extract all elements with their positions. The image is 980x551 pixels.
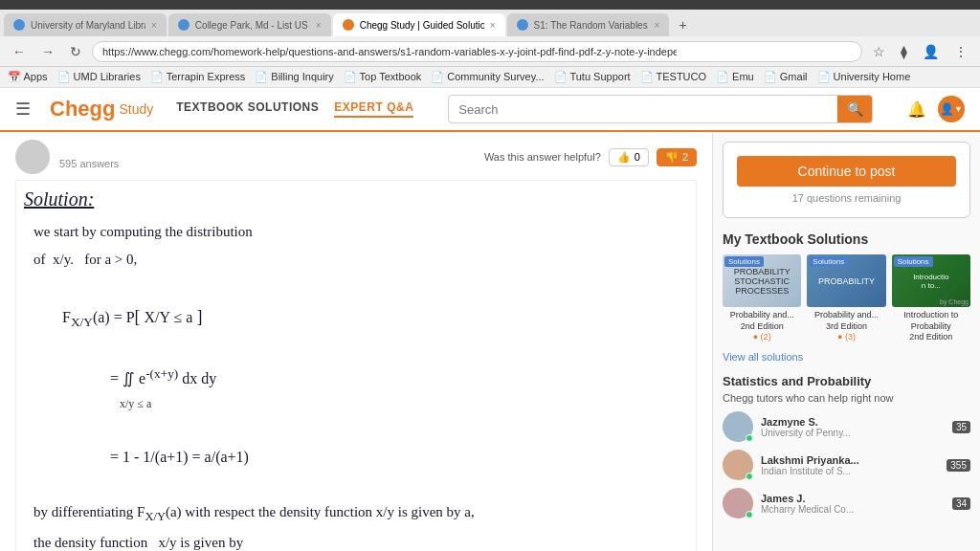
my-textbooks-section: My Textbook Solutions Solutions PROBABIL…	[723, 231, 970, 363]
back-button[interactable]: ←	[8, 42, 31, 61]
cover-text-1: PROBABILITY	[816, 275, 877, 288]
view-all-solutions-link[interactable]: View all solutions	[723, 351, 970, 363]
tab-1[interactable]: College Park, Md - List US Jobs ×	[168, 13, 331, 36]
new-tab-button[interactable]: +	[671, 13, 694, 36]
thumbs-down-btn[interactable]: 👎 2	[657, 148, 697, 166]
bookmark-tutu[interactable]: 📄 Tutu Support	[554, 71, 631, 83]
tutor-avatar-2	[723, 488, 753, 518]
tutor-info-2: James J. Mcharry Medical Co...	[761, 493, 945, 515]
thumbs-up-count: 0	[635, 151, 640, 163]
tutor-item-2: James J. Mcharry Medical Co... 34	[723, 488, 970, 518]
textbook-card-2[interactable]: Solutions Introduction to... by Chegg In…	[892, 254, 970, 343]
nav-textbook-solutions[interactable]: TEXTBOOK SOLUTIONS	[176, 100, 319, 118]
tutor-rating-1: 355	[947, 459, 970, 472]
my-textbooks-title: My Textbook Solutions	[723, 231, 970, 247]
sol-line-1: of x/y. for a > 0,	[33, 246, 688, 274]
cover-text-0: PROBABILITYSTOCHASTICPROCESSES	[732, 265, 792, 298]
bookmark-umd[interactable]: 📄 UMD Libraries	[57, 71, 141, 83]
bookmark-apps[interactable]: 📅 Apps	[8, 71, 48, 83]
textbook-card-0[interactable]: Solutions PROBABILITYSTOCHASTICPROCESSES…	[723, 254, 801, 343]
cover-chegg-2: by Chegg	[940, 298, 969, 305]
tab-label-3: S1: The Random Variables X Anc	[534, 20, 649, 31]
hamburger-menu[interactable]: ☰	[15, 99, 31, 120]
bookmark-textbook[interactable]: 📄 Top Textbook	[344, 71, 421, 83]
sol-line-fxy: FX/Y(a) = P[ X/Y ≤ a ]	[62, 300, 688, 335]
questions-remaining: 17 questions remaining	[737, 192, 956, 204]
avatar-icon: 👤	[940, 102, 954, 116]
tutor-school-0: University of Penny...	[761, 428, 945, 438]
refresh-button[interactable]: ↻	[65, 42, 86, 61]
header-search: 🔍	[448, 95, 873, 123]
search-button[interactable]: 🔍	[837, 95, 872, 123]
textbook-cover-0: Solutions PROBABILITYSTOCHASTICPROCESSES	[723, 254, 801, 307]
online-dot-1	[746, 473, 753, 480]
textbook-card-1[interactable]: Solutions PROBABILITY Probability and...…	[807, 254, 885, 343]
bookmark-community[interactable]: 📄 Community Survey...	[431, 71, 544, 83]
tutor-rating-2: 34	[952, 497, 970, 510]
stats-prob-sub: Chegg tutors who can help right now	[723, 392, 970, 404]
user-profile-btn[interactable]: 👤	[918, 42, 944, 61]
header-nav: TEXTBOOK SOLUTIONS EXPERT Q&A	[176, 100, 413, 118]
bookmark-gmail[interactable]: 📄 Gmail	[764, 71, 808, 83]
address-bar[interactable]: https://www.chegg.com/homework-help/ques…	[92, 41, 862, 62]
tab-bar: University of Maryland Libraries × Colle…	[0, 10, 980, 36]
tab-close-3[interactable]: ×	[655, 20, 660, 31]
tab-label-2: Chegg Study | Guided Solutions	[360, 20, 484, 31]
answerer-count: 595 answers	[59, 158, 119, 169]
page-content: ☰ Chegg Study TEXTBOOK SOLUTIONS EXPERT …	[0, 88, 980, 551]
tab-close-1[interactable]: ×	[316, 20, 322, 31]
solution-title: Solution:	[24, 188, 688, 210]
bookmark-billing[interactable]: 📄 Billing Inquiry	[255, 71, 333, 83]
extensions-btn[interactable]: ⧫	[896, 42, 912, 61]
tutor-name-2: James J.	[761, 493, 945, 504]
tutor-avatar-1	[723, 450, 753, 480]
sol-line-result: = 1 - 1/(a+1) = a/(a+1)	[110, 443, 688, 472]
tab-2[interactable]: Chegg Study | Guided Solutions ×	[333, 13, 505, 36]
sol-line-diff: by differentiating FX/Y(a) with respect …	[33, 498, 688, 529]
tutor-item-1: Lakshmi Priyanka... Indian Institute of …	[723, 450, 970, 480]
sol-line-0: we start by computing the distribution	[33, 218, 688, 246]
tutor-school-2: Mcharry Medical Co...	[761, 504, 945, 515]
thumbs-up-btn[interactable]: 👍 0	[609, 148, 649, 166]
bookmark-university[interactable]: 📄 University Home	[817, 71, 911, 83]
menu-btn[interactable]: ⋮	[949, 42, 972, 61]
bell-icon[interactable]: 🔔	[907, 100, 926, 119]
thumbs-down-count: 2	[682, 151, 688, 163]
tab-label-0: University of Maryland Libraries	[31, 20, 145, 31]
stats-prob-title: Statistics and Probability	[723, 374, 970, 388]
tutors-section: Statistics and Probability Chegg tutors …	[723, 374, 970, 518]
bookmark-emu[interactable]: 📄 Emu	[716, 71, 754, 83]
user-avatar[interactable]: 👤 ▼	[938, 96, 965, 122]
forward-button[interactable]: →	[36, 42, 59, 61]
solutions-badge-0: Solutions	[724, 256, 764, 267]
bookmark-testuco[interactable]: 📄 TESTUCO	[640, 71, 706, 83]
tab-0[interactable]: University of Maryland Libraries ×	[4, 13, 167, 36]
textbook-title-1: Probability and...	[807, 310, 885, 321]
tutor-info-1: Lakshmi Priyanka... Indian Institute of …	[761, 454, 939, 476]
address-text: https://www.chegg.com/homework-help/ques…	[102, 46, 677, 57]
answerer-name	[59, 144, 119, 158]
nav-expert-qa[interactable]: EXPERT Q&A	[334, 100, 413, 118]
tab-close-2[interactable]: ×	[490, 20, 496, 31]
solution-body: we start by computing the distribution o…	[33, 218, 688, 551]
tab-close-0[interactable]: ×	[151, 20, 157, 31]
online-dot-0	[746, 434, 753, 442]
sol-line-density: the density function x/y is given by	[33, 529, 688, 551]
thumbs-down-icon: 👎	[665, 151, 679, 164]
bookmark-terrapin[interactable]: 📄 Terrapin Express	[150, 71, 245, 83]
browser-top	[0, 0, 980, 10]
search-input[interactable]	[449, 102, 837, 117]
answer-area: 595 answers Was this answer helpful? 👍 0…	[0, 132, 712, 551]
tab-3[interactable]: S1: The Random Variables X Anc ×	[507, 13, 670, 36]
bookmark-star[interactable]: ☆	[868, 42, 890, 61]
cover-text-2: Introduction to...	[911, 271, 950, 292]
answerer-info: 595 answers	[59, 144, 119, 169]
chegg-header: ☰ Chegg Study TEXTBOOK SOLUTIONS EXPERT …	[0, 88, 980, 132]
sol-to-word: the density function x/y is given by	[258, 504, 461, 519]
textbook-grid: Solutions PROBABILITYSTOCHASTICPROCESSES…	[723, 254, 970, 343]
tab-icon-3	[517, 19, 528, 31]
continue-to-post-button[interactable]: Continue to post	[737, 156, 956, 187]
thumbs-up-icon: 👍	[617, 151, 631, 164]
header-icons: 🔔 👤 ▼	[907, 96, 965, 122]
tutor-school-1: Indian Institute of S...	[761, 466, 939, 476]
